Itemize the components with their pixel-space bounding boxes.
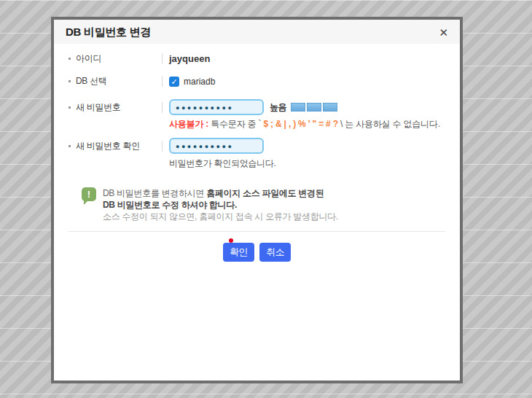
strength-label: 높음 — [270, 101, 286, 114]
warning-chars: $ ; & | , ) % ' " = # ? — [263, 119, 340, 129]
new-password-label: 새 비밀번호 — [76, 101, 121, 114]
db-select-row: DB 선택 ✓ mariadb — [69, 75, 445, 87]
column-divider — [162, 76, 163, 87]
click-indicator-dot — [229, 238, 233, 243]
confirm-password-label: 새 비밀번호 확인 — [76, 140, 140, 152]
notice-line1-normal: DB 비밀번호를 변경하시면 — [103, 188, 206, 198]
bullet-icon — [69, 145, 71, 147]
button-row: 확인 취소 — [69, 243, 445, 262]
column-divider — [162, 141, 163, 152]
confirm-button[interactable]: 확인 — [223, 243, 254, 262]
cancel-button[interactable]: 취소 — [259, 243, 291, 262]
notice-block: ! DB 비밀번호를 변경하시면 홈페이지 소스 파일에도 변경된 DB 비밀번… — [82, 187, 445, 222]
new-password-input[interactable] — [169, 99, 264, 115]
bullet-icon — [69, 80, 71, 82]
confirm-password-label-wrap: 새 비밀번호 확인 — [69, 140, 162, 152]
bullet-icon — [69, 58, 71, 60]
column-divider — [162, 53, 163, 64]
warning-prefix: 사용불가 : — [169, 119, 211, 129]
strength-bars — [291, 103, 337, 112]
dialog-body: 아이디 jayqueen DB 선택 ✓ mariadb — [54, 44, 460, 262]
confirm-password-input[interactable] — [169, 138, 264, 154]
strength-bar-segment — [291, 103, 305, 112]
id-label: 아이디 — [76, 52, 101, 65]
strength-bar-segment — [323, 103, 337, 112]
footer-divider — [69, 231, 445, 232]
exclamation-bubble-icon: ! — [82, 187, 96, 201]
id-value: jayqueen — [169, 53, 210, 64]
id-row: 아이디 jayqueen — [69, 52, 445, 65]
striped-background: DB 비밀번호 변경 ✕ 아이디 jayqueen DB 선택 — [0, 0, 532, 398]
db-select-label: DB 선택 — [76, 75, 107, 87]
db-label-wrap: DB 선택 — [69, 75, 162, 87]
warning-suffix: 는 사용하실 수 없습니다. — [345, 119, 440, 129]
bullet-icon — [69, 106, 71, 109]
password-confirmed-message: 비밀번호가 확인되었습니다. — [169, 157, 445, 170]
column-divider — [162, 102, 163, 113]
mariadb-checkbox[interactable]: ✓ — [169, 77, 179, 87]
new-password-row: 새 비밀번호 높음 — [69, 99, 445, 115]
password-warning-message: 사용불가 : 특수문자 중 ` $ ; & | , ) % ' " = # ? … — [169, 118, 445, 130]
close-icon[interactable]: ✕ — [439, 27, 448, 38]
password-strength-meter: 높음 — [270, 101, 337, 114]
notice-line2-bold: DB 비밀번호로 수정 하셔야 합니다. — [103, 200, 237, 210]
notice-line1-bold: 홈페이지 소스 파일에도 변경된 — [206, 188, 324, 198]
strength-bar-segment — [307, 103, 321, 112]
id-label-wrap: 아이디 — [69, 52, 162, 65]
notice-line3: 소스 수정이 되지 않으면, 홈페이지 접속 시 오류가 발생합니다. — [103, 211, 338, 222]
warning-mid: 특수문자 중 — [211, 119, 258, 129]
db-password-change-dialog: DB 비밀번호 변경 ✕ 아이디 jayqueen DB 선택 — [51, 17, 463, 383]
mariadb-checkbox-label[interactable]: mariadb — [184, 77, 215, 87]
dialog-title: DB 비밀번호 변경 — [66, 26, 151, 39]
dialog-header: DB 비밀번호 변경 ✕ — [54, 20, 460, 44]
new-password-label-wrap: 새 비밀번호 — [69, 101, 162, 114]
confirm-password-row: 새 비밀번호 확인 — [69, 138, 445, 154]
notice-text: DB 비밀번호를 변경하시면 홈페이지 소스 파일에도 변경된 DB 비밀번호로… — [103, 187, 338, 222]
